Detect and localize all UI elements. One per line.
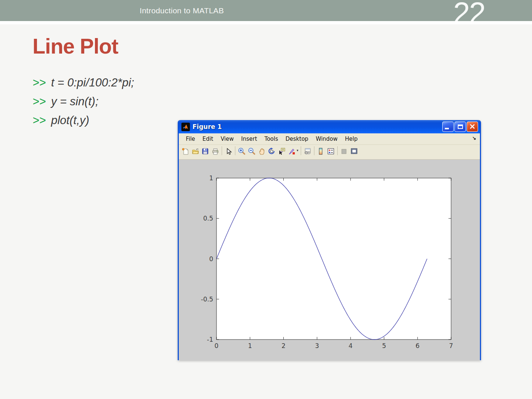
code-text: plot(t,y) [51,114,89,127]
menu-window[interactable]: Window [312,134,341,144]
brush-dropdown-caret-icon[interactable]: ▾ [297,149,299,152]
new-figure-icon[interactable] [180,147,190,156]
menu-insert[interactable]: Insert [238,134,261,144]
svg-text:1: 1 [209,174,213,182]
insert-colorbar-icon[interactable] [316,147,326,156]
window-title: Figure 1 [192,123,442,130]
matlab-code-block: >>t = 0:pi/100:2*pi; >>y = sin(t); >>plo… [33,73,134,130]
header-divider [0,21,532,24]
maximize-icon [458,125,463,129]
svg-text:7: 7 [449,342,453,349]
slide-page-number: 22 [453,0,485,30]
menu-help[interactable]: Help [341,134,361,144]
print-figure-icon[interactable] [210,147,220,156]
svg-text:0.5: 0.5 [203,215,213,222]
dock-figure-icon[interactable] [349,147,359,156]
figure-window: Figure 1 ✕ File Edit View Insert Tools D… [178,120,481,360]
toolbar-separator [337,146,338,155]
svg-text:4: 4 [348,342,352,349]
svg-text:0: 0 [209,255,213,263]
menu-edit[interactable]: Edit [199,134,217,144]
slide-header-title: Introduction to MATLAB [140,6,224,15]
slide-header-bar: Introduction to MATLAB 22 [0,0,532,21]
code-text: y = sin(t); [51,95,98,108]
svg-text:5: 5 [382,342,386,349]
close-icon: ✕ [469,123,476,131]
prompt-symbol: >> [33,114,46,127]
save-figure-icon[interactable] [200,147,210,156]
close-button[interactable]: ✕ [467,122,478,132]
zoom-out-icon[interactable] [247,147,257,156]
toolbar-separator [314,146,314,155]
window-titlebar[interactable]: Figure 1 ✕ [179,120,480,133]
menu-file[interactable]: File [182,134,199,144]
brush-data-icon[interactable] [287,147,297,156]
zoom-in-icon[interactable] [237,147,247,156]
toolbar-separator [301,146,301,155]
pan-icon[interactable] [257,147,267,156]
open-file-icon[interactable] [190,147,200,156]
svg-text:6: 6 [416,342,420,349]
svg-text:0: 0 [215,342,219,349]
code-line: >>plot(t,y) [33,111,134,130]
menu-tools[interactable]: Tools [261,134,282,144]
matlab-logo-icon [181,123,190,131]
menu-desktop[interactable]: Desktop [282,134,312,144]
figure-canvas: 01234567-1-0.500.51 [179,160,480,360]
edit-plot-cursor-icon[interactable] [224,147,233,156]
svg-text:-0.5: -0.5 [201,296,213,303]
line-plot: 01234567-1-0.500.51 [179,160,480,360]
prompt-symbol: >> [33,95,46,108]
minimize-icon [445,128,449,129]
slide-title: Line Plot [33,34,118,58]
menu-overflow-arrow-icon[interactable]: ↘ [472,135,476,141]
toolbar-separator [222,146,222,155]
svg-text:2: 2 [282,342,286,349]
svg-text:-1: -1 [207,336,213,343]
insert-legend-icon[interactable] [326,147,336,156]
code-text: t = 0:pi/100:2*pi; [51,76,134,89]
hide-plot-tools-icon[interactable] [339,147,349,156]
code-line: >>t = 0:pi/100:2*pi; [33,73,134,92]
menu-view[interactable]: View [217,134,238,144]
window-toolbar: ▾ [179,145,480,160]
maximize-button[interactable] [454,122,466,132]
toolbar-separator [235,146,235,155]
data-cursor-icon[interactable] [277,147,287,156]
rotate-3d-icon[interactable] [267,147,277,156]
window-menubar: File Edit View Insert Tools Desktop Wind… [179,133,480,145]
link-plot-icon[interactable] [303,147,313,156]
code-line: >>y = sin(t); [33,92,134,111]
minimize-button[interactable] [442,122,454,132]
svg-text:1: 1 [248,342,252,349]
svg-text:3: 3 [315,342,319,349]
prompt-symbol: >> [33,76,46,89]
